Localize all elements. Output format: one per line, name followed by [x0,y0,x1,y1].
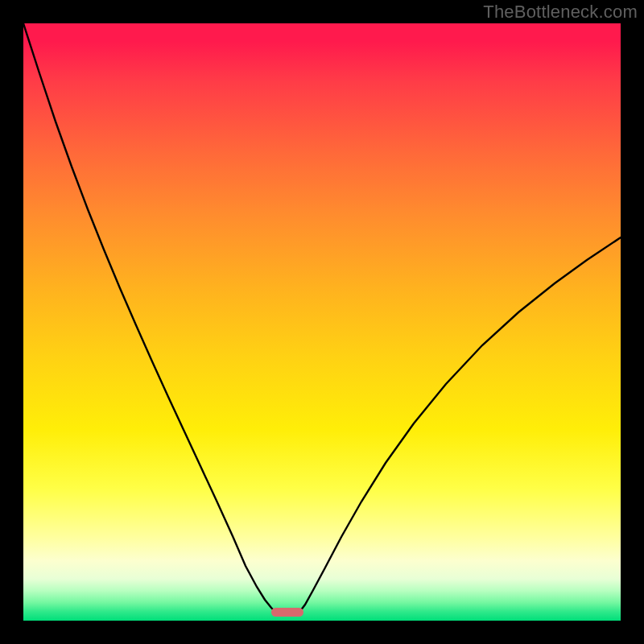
chart-frame: TheBottleneck.com [0,0,644,644]
background-gradient [23,23,621,621]
plot-area [23,23,621,621]
optimum-marker [271,608,303,617]
watermark-text: TheBottleneck.com [483,2,638,23]
